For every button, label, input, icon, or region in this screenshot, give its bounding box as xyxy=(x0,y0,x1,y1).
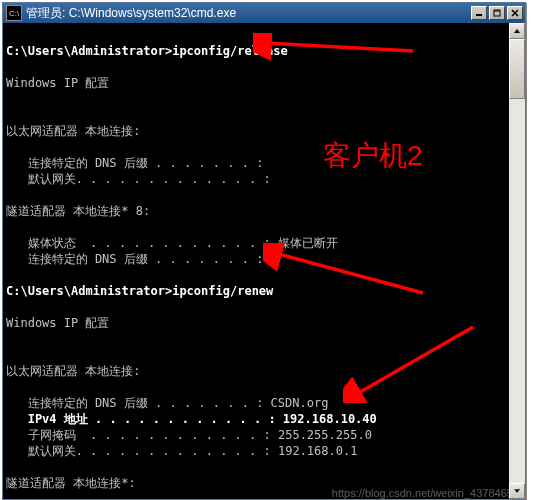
line: IPv4 地址 . . . . . . . . . . . . : 192.16… xyxy=(6,412,377,426)
line: 隧道适配器 本地连接* 8: xyxy=(6,204,150,218)
titlebar[interactable]: C:\ 管理员: C:\Windows\system32\cmd.exe xyxy=(3,3,525,23)
cmd-window: C:\ 管理员: C:\Windows\system32\cmd.exe C:\… xyxy=(2,2,526,500)
terminal-output: C:\Users\Administrator>ipconfig/release … xyxy=(3,23,509,499)
app-icon: C:\ xyxy=(6,5,22,21)
line: Windows IP 配置 xyxy=(6,316,109,330)
scroll-track[interactable] xyxy=(509,39,525,483)
chevron-up-icon xyxy=(513,27,521,35)
vertical-scrollbar[interactable] xyxy=(509,23,525,499)
line: 连接特定的 DNS 后缀 . . . . . . . : xyxy=(6,252,263,266)
line: 媒体状态 . . . . . . . . . . . . : 媒体已断开 xyxy=(6,236,338,250)
window-buttons xyxy=(469,6,523,20)
window-title: 管理员: C:\Windows\system32\cmd.exe xyxy=(26,5,469,22)
scroll-down-button[interactable] xyxy=(509,483,525,499)
scroll-up-button[interactable] xyxy=(509,23,525,39)
chevron-down-icon xyxy=(513,487,521,495)
line: 默认网关. . . . . . . . . . . . . : 192.168.… xyxy=(6,444,357,458)
line: 子网掩码 . . . . . . . . . . . . : 255.255.2… xyxy=(6,428,372,442)
scroll-thumb[interactable] xyxy=(509,39,525,99)
svg-marker-5 xyxy=(514,29,520,33)
line: 隧道适配器 本地连接*: xyxy=(6,476,136,490)
minimize-button[interactable] xyxy=(471,6,487,20)
svg-marker-6 xyxy=(514,489,520,493)
line: 以太网适配器 本地连接: xyxy=(6,124,140,138)
line: 默认网关. . . . . . . . . . . . . : xyxy=(6,172,271,186)
prompt-line: C:\Users\Administrator>ipconfig/renew xyxy=(6,284,273,298)
line: 以太网适配器 本地连接: xyxy=(6,364,140,378)
close-button[interactable] xyxy=(507,6,523,20)
prompt-line: C:\Users\Administrator>ipconfig/release xyxy=(6,44,288,58)
close-icon xyxy=(511,9,519,17)
line: 连接特定的 DNS 后缀 . . . . . . . : CSDN.org xyxy=(6,396,328,410)
maximize-icon xyxy=(493,9,501,17)
line: Windows IP 配置 xyxy=(6,76,109,90)
minimize-icon xyxy=(475,9,483,17)
line: 连接特定的 DNS 后缀 . . . . . . . : xyxy=(6,156,263,170)
maximize-button[interactable] xyxy=(489,6,505,20)
